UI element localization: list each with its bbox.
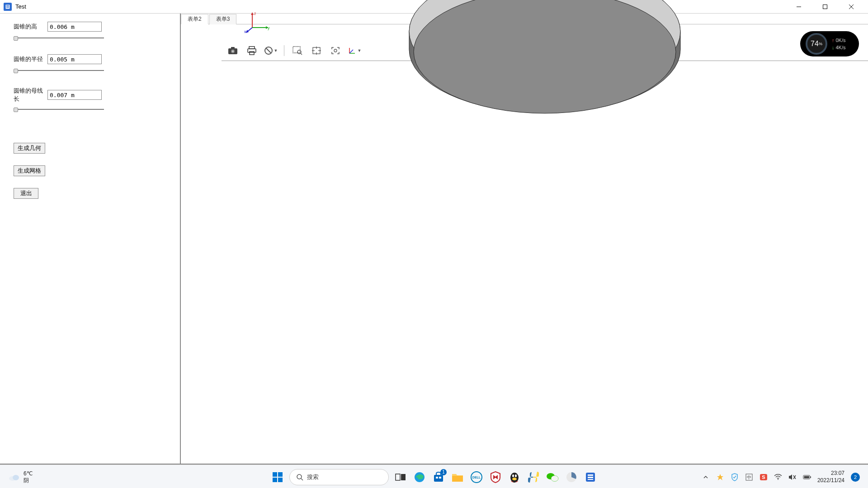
explorer-icon[interactable] xyxy=(450,470,465,484)
start-button[interactable] xyxy=(270,470,285,484)
svg-rect-77 xyxy=(810,476,811,478)
taskbar: 6℃ 阴 搜索 1 DELL 中 S 23:07 2022/11/24 xyxy=(0,465,868,488)
tray-sogou-icon[interactable]: S xyxy=(760,473,768,481)
camera-icon[interactable] xyxy=(225,44,241,57)
weather-cond: 阴 xyxy=(24,477,33,483)
param-input-slant[interactable] xyxy=(47,90,102,100)
window-title: Test xyxy=(15,3,26,10)
sidebar: 圆锥的高 圆锥的半径 圆锥的母线长 生成几何 生成网格 退出 xyxy=(0,14,181,464)
svg-rect-45 xyxy=(278,478,283,482)
taskbar-search[interactable]: 搜索 xyxy=(289,469,389,485)
tab-form2[interactable]: 表单2 xyxy=(181,14,208,24)
svg-rect-53 xyxy=(439,477,441,479)
slider-slant[interactable] xyxy=(14,108,104,111)
svg-rect-1 xyxy=(6,5,9,6)
canvas-area: ▼ ▼ xyxy=(181,24,868,464)
svg-rect-42 xyxy=(273,472,277,477)
clock-time: 23:07 xyxy=(831,470,844,477)
edge-icon[interactable] xyxy=(412,470,427,484)
svg-line-27 xyxy=(349,50,353,53)
svg-text:z: z xyxy=(254,11,256,16)
dell-icon[interactable]: DELL xyxy=(469,470,484,484)
slider-radius[interactable] xyxy=(14,69,104,72)
minimize-button[interactable] xyxy=(786,0,812,14)
taskbar-clock[interactable]: 23:07 2022/11/24 xyxy=(817,470,844,484)
svg-point-58 xyxy=(512,474,514,477)
slider-height[interactable] xyxy=(14,36,104,40)
browser-icon[interactable] xyxy=(564,470,579,484)
tray-app1-icon[interactable] xyxy=(716,473,724,481)
zoom-window-icon[interactable] xyxy=(290,44,305,57)
taskview-icon[interactable] xyxy=(393,470,408,484)
svg-rect-48 xyxy=(396,474,400,480)
weather-widget[interactable]: 6℃ 阴 xyxy=(8,470,33,483)
notification-badge[interactable]: 2 xyxy=(851,473,860,482)
viewport[interactable]: z y x 74% 0K/s 4K/s xyxy=(222,61,868,61)
svg-point-17 xyxy=(297,50,301,54)
workarea: 表单2 表单3 ▼ ▼ xyxy=(181,14,868,464)
tray-ime-icon[interactable]: 中 xyxy=(745,473,753,481)
svg-rect-52 xyxy=(436,477,438,479)
store-icon[interactable]: 1 xyxy=(431,470,446,484)
param-label-height: 圆锥的高 xyxy=(14,23,47,31)
svg-rect-4 xyxy=(823,5,827,9)
axis-triad: z y x xyxy=(244,11,271,34)
svg-point-62 xyxy=(551,475,558,481)
svg-rect-8 xyxy=(231,47,235,49)
app-icon xyxy=(4,3,12,11)
toolbar-separator xyxy=(284,45,284,56)
svg-text:中: 中 xyxy=(747,475,751,480)
fit-icon[interactable] xyxy=(309,44,324,57)
wifi-icon[interactable] xyxy=(774,473,782,481)
python-icon[interactable] xyxy=(526,470,541,484)
zoom-all-icon[interactable] xyxy=(328,44,343,57)
mcafee-icon[interactable] xyxy=(488,470,503,484)
window-controls xyxy=(786,0,864,14)
svg-rect-49 xyxy=(401,474,406,480)
param-input-height[interactable] xyxy=(47,22,102,32)
svg-rect-66 xyxy=(588,477,593,478)
print-icon[interactable] xyxy=(244,44,259,57)
svg-rect-67 xyxy=(588,479,593,480)
svg-line-15 xyxy=(266,48,271,53)
tray-chevron-icon[interactable] xyxy=(702,473,710,481)
svg-rect-2 xyxy=(6,7,9,8)
svg-rect-44 xyxy=(273,478,277,482)
svg-rect-12 xyxy=(248,49,256,52)
generate-mesh-button[interactable]: 生成网格 xyxy=(14,165,45,176)
param-input-radius[interactable] xyxy=(47,54,102,64)
netmeter-download: 4K/s xyxy=(832,45,846,50)
svg-rect-54 xyxy=(452,476,463,482)
svg-text:S: S xyxy=(762,474,765,480)
svg-point-60 xyxy=(512,478,517,480)
qq-icon[interactable] xyxy=(507,470,522,484)
close-button[interactable] xyxy=(838,0,864,14)
wechat-icon[interactable] xyxy=(545,470,560,484)
svg-marker-32 xyxy=(251,12,254,15)
generate-geometry-button[interactable]: 生成几何 xyxy=(14,143,45,154)
network-meter-overlay: 74% 0K/s 4K/s xyxy=(800,31,859,56)
battery-icon[interactable] xyxy=(803,473,811,481)
app-taskbar-icon[interactable] xyxy=(583,470,598,484)
netmeter-upload: 0K/s xyxy=(832,38,846,43)
param-label-radius: 圆锥的半径 xyxy=(14,55,47,63)
svg-text:y: y xyxy=(268,26,270,30)
forbid-icon[interactable]: ▼ xyxy=(263,44,278,57)
svg-rect-78 xyxy=(804,476,809,478)
tray-shield-icon[interactable] xyxy=(731,473,739,481)
exit-button[interactable]: 退出 xyxy=(14,188,38,199)
svg-marker-68 xyxy=(717,474,723,480)
weather-temp: 6℃ xyxy=(24,470,33,477)
maximize-button[interactable] xyxy=(812,0,838,14)
tab-form3[interactable]: 表单3 xyxy=(209,14,237,24)
volume-icon[interactable] xyxy=(788,473,797,481)
svg-rect-16 xyxy=(293,47,300,53)
svg-rect-51 xyxy=(434,475,443,482)
svg-rect-13 xyxy=(250,52,254,55)
svg-point-24 xyxy=(334,49,337,52)
svg-rect-65 xyxy=(588,474,593,476)
axes-icon[interactable]: ▼ xyxy=(347,44,362,57)
param-label-slant: 圆锥的母线长 xyxy=(14,87,47,103)
svg-rect-43 xyxy=(278,472,283,477)
chevron-down-icon: ▼ xyxy=(358,48,362,53)
